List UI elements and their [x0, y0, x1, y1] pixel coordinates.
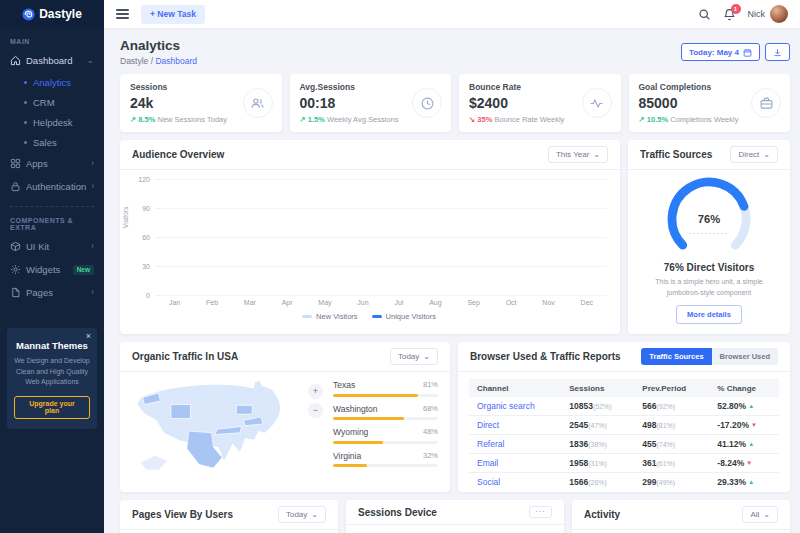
device-donut-chart	[346, 525, 564, 533]
user-menu[interactable]: Nick	[748, 5, 789, 23]
chevron-down-icon: ⌄	[423, 352, 430, 361]
report-toggle-group: Traffic Sources Browser Used	[641, 348, 778, 365]
x-tick-label: Mar	[244, 299, 256, 306]
sidebar-item-authentication[interactable]: Authentication ›	[0, 175, 104, 198]
hamburger-menu-icon[interactable]	[116, 9, 129, 19]
usa-map[interactable]	[130, 378, 302, 484]
sidebar-item-pages[interactable]: Pages ›	[0, 281, 104, 304]
table-header-row: ChannelSessionsPrev.Period% Change	[469, 379, 779, 397]
card-title: Browser Used & Traffic Reports	[470, 351, 621, 362]
user-name: Nick	[748, 9, 766, 19]
sidebar-item-sales[interactable]: Sales	[0, 132, 104, 152]
state-percent: 32%	[423, 451, 438, 461]
channel-link[interactable]: Direct	[477, 420, 499, 430]
audience-chart: Visitors 0306090120 JanFebMarAprMayJunJu…	[120, 170, 620, 321]
bullet-icon	[24, 81, 27, 84]
sessions-device-card: Sessions Device ···	[346, 500, 564, 533]
users-icon	[243, 88, 273, 118]
search-icon[interactable]	[698, 8, 711, 21]
audience-plot: 0306090120	[156, 180, 606, 296]
pages-view-card: Pages View By Users Today⌄ Dastyle - Adm…	[120, 500, 338, 533]
column-header: Prev.Period	[634, 379, 709, 397]
organic-traffic-card: Organic Traffic In USA Today⌄	[120, 342, 450, 492]
brand-logo[interactable]: Dastyle	[0, 0, 104, 28]
x-tick-label: Jan	[169, 299, 180, 306]
state-row: Virginia32%	[333, 451, 438, 468]
sidebar-item-helpdesk[interactable]: Helpdesk	[0, 112, 104, 132]
sidebar-item-crm[interactable]: CRM	[0, 92, 104, 112]
sidebar: Dastyle MAIN Dashboard ⌄ Analytics CRM H…	[0, 0, 104, 533]
sidebar-item-uikit[interactable]: UI Kit ›	[0, 235, 104, 258]
stat-card-bounce-rate: Bounce Rate $2400 ↘35% Bounce Rate Weekl…	[459, 74, 621, 132]
sidebar-item-dashboard[interactable]: Dashboard ⌄	[0, 49, 104, 72]
map-zoom-in-button[interactable]: +	[308, 384, 323, 399]
state-bar	[333, 417, 438, 420]
channel-link[interactable]: Organic search	[477, 401, 535, 411]
x-tick-label: Apr	[282, 299, 293, 306]
new-task-button[interactable]: + New Task	[141, 5, 205, 24]
stat-card-sessions: Sessions 24k ↗8.5% New Sessions Today	[120, 74, 282, 132]
more-details-button[interactable]: More details	[676, 305, 742, 324]
download-button[interactable]	[765, 43, 790, 61]
channel-link[interactable]: Email	[477, 458, 498, 468]
promo-text: We Design and Develop Clean and High Qua…	[14, 356, 90, 388]
organic-period-dropdown[interactable]: Today⌄	[390, 348, 438, 365]
legend-item: New Visitors	[302, 312, 358, 321]
stat-card-avg-sessions: Avg.Sessions 00:18 ↗1.5% Weekly Avg.Sess…	[290, 74, 452, 132]
chart-legend: New VisitorsUnique Visitors	[132, 312, 606, 321]
sidebar-item-widgets[interactable]: Widgets New	[0, 258, 104, 281]
state-bar	[333, 394, 438, 397]
triangle-up-icon: ▲	[748, 479, 754, 485]
sidebar-item-apps[interactable]: Apps ›	[0, 152, 104, 175]
gear-icon	[10, 264, 21, 275]
promo-card: × Mannat Themes We Design and Develop Cl…	[7, 328, 97, 429]
channel-link[interactable]: Social	[477, 477, 500, 487]
upgrade-plan-button[interactable]: Upgrade your plan	[14, 396, 90, 419]
stats-row: Sessions 24k ↗8.5% New Sessions Today Av…	[120, 74, 790, 132]
brand-swirl-icon	[22, 8, 35, 21]
chevron-down-icon: ⌄	[763, 150, 770, 159]
sidebar-item-analytics[interactable]: Analytics	[0, 72, 104, 92]
state-bar	[333, 464, 438, 467]
state-name: Wyoming	[333, 427, 368, 437]
bullet-icon	[24, 121, 27, 124]
x-tick-label: Dec	[581, 299, 593, 306]
x-axis-labels: JanFebMarAprMayJunJulAugSepOctNovDec	[156, 299, 606, 306]
toggle-browser-used[interactable]: Browser Used	[712, 348, 778, 365]
channel-link[interactable]: Referal	[477, 439, 504, 449]
notification-count-badge: 1	[731, 4, 741, 14]
gauge-heading: 76% Direct Visitors	[636, 262, 782, 273]
page-title: Analytics	[120, 38, 197, 53]
stat-card-goal-completions: Goal Completions 85000 ↗10.5% Completion…	[629, 74, 791, 132]
map-zoom-out-button[interactable]: −	[308, 403, 323, 418]
traffic-reports-card: Browser Used & Traffic Reports Traffic S…	[458, 342, 790, 492]
state-list: Texas81%Washington68%Wyoming48%Virginia3…	[329, 378, 440, 484]
date-range-button[interactable]: Today: May 4	[681, 43, 760, 61]
close-icon[interactable]: ×	[86, 332, 91, 341]
x-tick-label: Aug	[429, 299, 441, 306]
traffic-source-dropdown[interactable]: Direct⌄	[730, 146, 778, 163]
toggle-traffic-sources[interactable]: Traffic Sources	[641, 348, 711, 365]
state-row: Washington68%	[333, 404, 438, 421]
gauge-description: This is a simple hero unit, a simple jum…	[636, 277, 782, 298]
box-icon	[10, 241, 21, 252]
chevron-down-icon: ⌄	[86, 56, 94, 65]
notifications-bell-icon[interactable]: 1	[723, 8, 736, 21]
state-percent: 68%	[423, 404, 438, 414]
gauge-value: 76%	[698, 213, 720, 225]
pages-view-dropdown[interactable]: Today⌄	[278, 506, 326, 523]
page-content: Analytics Dastyle / Dashboard Today: May…	[104, 28, 800, 533]
briefcase-icon	[751, 88, 781, 118]
more-options-icon[interactable]: ···	[529, 506, 552, 518]
activity-filter-dropdown[interactable]: All⌄	[742, 506, 778, 523]
brand-name: Dastyle	[39, 7, 82, 21]
traffic-report-table: ChannelSessionsPrev.Period% Change Organ…	[469, 379, 779, 491]
audience-period-dropdown[interactable]: This Year⌄	[548, 146, 608, 163]
breadcrumb-current[interactable]: Dashboard	[155, 56, 197, 66]
card-title: Pages View By Users	[132, 509, 233, 520]
chevron-right-icon: ›	[91, 288, 94, 297]
x-tick-label: May	[318, 299, 331, 306]
table-body: Organic search10853(52%)566(92%)52.80%▲D…	[469, 397, 779, 491]
gauge-chart: 76%	[649, 174, 769, 256]
trend-up-icon: ↗	[130, 115, 136, 124]
